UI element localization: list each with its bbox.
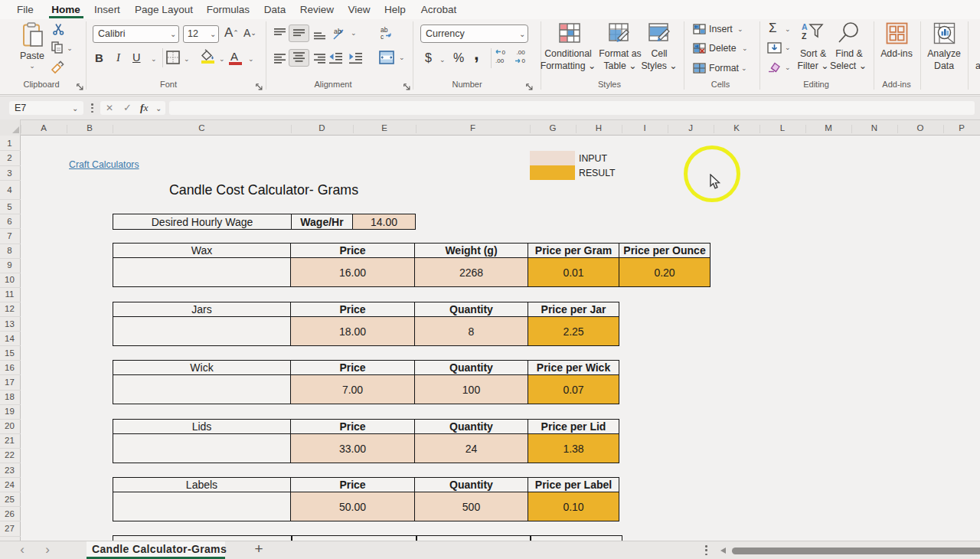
svg-text:0: 0 [522, 57, 526, 64]
svg-text:.00: .00 [517, 49, 526, 56]
svg-text:.00: .00 [495, 57, 505, 64]
svg-text:0: 0 [502, 49, 506, 56]
svg-text:A: A [802, 22, 808, 31]
svg-text:ab: ab [334, 28, 341, 35]
svg-text:Z: Z [802, 31, 807, 41]
